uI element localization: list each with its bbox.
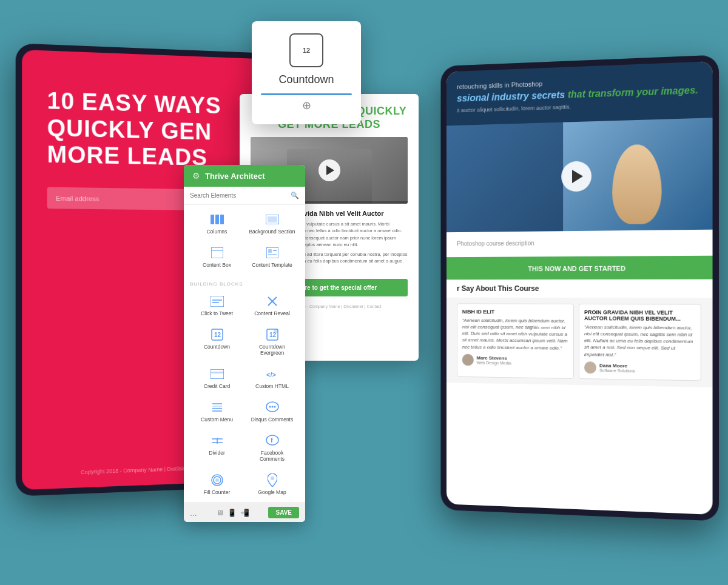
- tr-content: Photoshop course description: [447, 229, 713, 257]
- svg-text:12: 12: [214, 332, 221, 338]
- content-reveal-icon: [248, 294, 296, 309]
- cp-play-button[interactable]: [318, 159, 340, 181]
- testimonial-1-avatar: [462, 353, 474, 366]
- sidebar-item-countdown[interactable]: 12 Countdown: [190, 323, 244, 361]
- svg-rect-22: [211, 372, 224, 373]
- countdown-popup-widget: 12 Countdown ⊕: [252, 21, 361, 124]
- tablet-right: retouching skills in Photoshop ssional i…: [440, 55, 719, 521]
- disqus-comments-icon: [248, 400, 296, 415]
- background-section-icon: [248, 212, 296, 227]
- sp-header: ⚙ Thrive Architect: [184, 165, 305, 187]
- sidebar-item-fill-counter[interactable]: Fill Counter: [190, 468, 244, 500]
- svg-point-39: [215, 478, 219, 482]
- tablet-right-screen: retouching skills in Photoshop ssional i…: [447, 61, 713, 515]
- sidebar-item-google-map[interactable]: Google Map: [245, 468, 299, 500]
- sidebar-item-background-section[interactable]: Background Section: [245, 207, 299, 239]
- svg-rect-4: [268, 216, 277, 222]
- sidebar-item-custom-html[interactable]: </> Custom HTML: [245, 362, 299, 394]
- content-box-icon: [193, 246, 241, 260]
- divider-icon: [193, 433, 241, 448]
- credit-card-icon: [193, 367, 241, 381]
- sidebar-item-content-reveal[interactable]: Content Reveal: [245, 289, 299, 321]
- cursor-symbol: ⊕: [261, 99, 352, 112]
- svg-rect-2: [220, 215, 224, 224]
- svg-point-29: [269, 406, 271, 408]
- svg-rect-1: [215, 215, 219, 224]
- sidebar-item-credit-card[interactable]: Credit Card: [190, 362, 244, 394]
- sidebar-item-divider[interactable]: Divider: [190, 429, 244, 467]
- sp-search-bar[interactable]: 🔍: [184, 187, 305, 205]
- testimonial-1: NIBH ID ELIT "Aenean sollicitudin, lorem…: [457, 303, 574, 378]
- search-input[interactable]: [190, 192, 287, 199]
- countdown-widget-label: Countdown: [261, 73, 352, 86]
- sidebar-item-disqus-comments[interactable]: Disqus Comments: [245, 395, 299, 427]
- sp-main-elements: Columns Background Section Content Box: [184, 205, 305, 275]
- google-map-icon: [248, 473, 296, 487]
- sidebar-item-facebook-comments[interactable]: f Facebook Comments: [245, 429, 299, 467]
- svg-rect-7: [266, 247, 278, 258]
- countdown-widget-bar: [261, 93, 352, 95]
- desktop-icon[interactable]: 🖥: [217, 509, 224, 517]
- tr-video: [447, 118, 713, 232]
- sidebar-item-content-template[interactable]: Content Template: [245, 241, 299, 273]
- custom-menu-icon: [193, 400, 241, 415]
- svg-rect-21: [211, 369, 224, 379]
- tr-section-title: r Say About This Course: [447, 279, 713, 298]
- tablet-left-title: 10 EASY WAYS QUICKLY GEN MORE LEADS: [47, 88, 247, 172]
- click-to-tweet-icon: [193, 294, 241, 309]
- svg-point-30: [271, 406, 273, 408]
- sidebar-item-custom-menu[interactable]: Custom Menu: [190, 395, 244, 427]
- tablet-icon[interactable]: 📱: [228, 509, 237, 517]
- search-icon: 🔍: [291, 192, 299, 199]
- countdown-icon: 12: [193, 327, 241, 342]
- testimonial-2: PROIN GRAVIDA NIBH VEL VELIT AUCTOR LORE…: [579, 304, 701, 381]
- save-button[interactable]: SAVE: [268, 507, 299, 518]
- svg-text:</>: </>: [266, 371, 276, 378]
- sidebar-item-countdown-evergreen[interactable]: 12 Countdown Evergreen: [245, 323, 299, 361]
- svg-rect-11: [211, 296, 224, 307]
- sidebar-panel: ⚙ Thrive Architect 🔍 Columns Background …: [184, 165, 305, 522]
- tr-testimonials: NIBH ID ELIT "Aenean sollicitudin, lorem…: [447, 297, 713, 387]
- sp-header-title: Thrive Architect: [205, 172, 265, 181]
- sidebar-item-click-to-tweet[interactable]: Click to Tweet: [190, 289, 244, 321]
- facebook-comments-icon: f: [248, 433, 296, 448]
- mobile-icon[interactable]: 📲: [240, 509, 249, 517]
- svg-rect-8: [268, 249, 272, 253]
- sidebar-item-content-box[interactable]: Content Box: [190, 241, 244, 273]
- svg-rect-0: [211, 215, 214, 224]
- columns-icon: [193, 212, 241, 227]
- tr-cta[interactable]: THIS NOW AND GET STARTED: [447, 256, 713, 280]
- sidebar-item-columns[interactable]: Columns: [190, 207, 244, 239]
- building-blocks-label: BUILDING BLOCKS: [190, 281, 299, 287]
- sp-building-blocks: BUILDING BLOCKS Click to Tweet Content R…: [184, 275, 305, 503]
- svg-text:f: f: [271, 436, 273, 444]
- svg-point-20: [274, 329, 278, 333]
- fill-counter-icon: [193, 473, 241, 487]
- custom-html-icon: </>: [248, 367, 296, 381]
- svg-point-31: [274, 406, 275, 408]
- countdown-widget-icon: 12: [289, 33, 323, 67]
- svg-point-40: [271, 476, 274, 480]
- footer-dots: ...: [190, 508, 197, 518]
- email-input-placeholder: Email address: [47, 187, 188, 210]
- svg-rect-25: [212, 406, 222, 407]
- countdown-evergreen-icon: 12: [248, 327, 296, 342]
- testimonial-2-avatar: [584, 361, 596, 373]
- gear-icon: ⚙: [192, 171, 200, 181]
- svg-rect-5: [211, 247, 223, 258]
- content-template-icon: [248, 246, 296, 260]
- tr-header: retouching skills in Photoshop ssional i…: [447, 61, 713, 125]
- sp-footer: ... 🖥 📱 📲 SAVE: [184, 503, 305, 522]
